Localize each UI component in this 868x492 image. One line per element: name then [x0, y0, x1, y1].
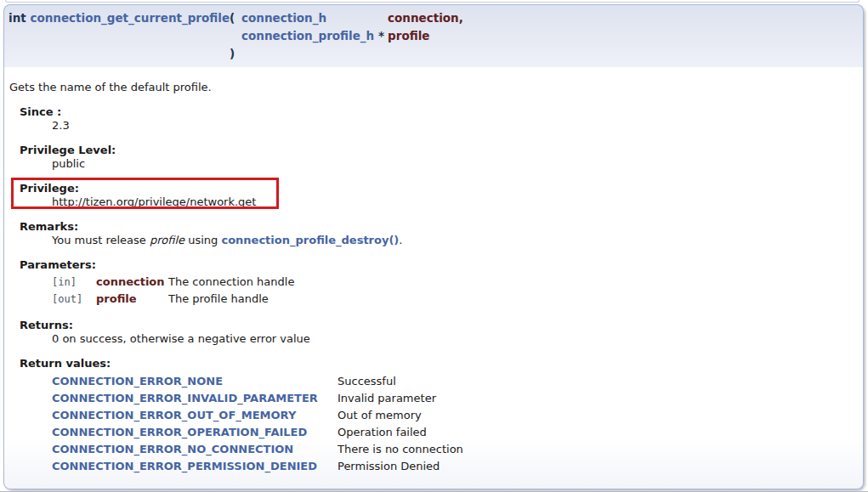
param-description: The profile handle [168, 291, 294, 308]
signature-table: int connection_get_current_profile ( con… [9, 9, 463, 63]
error-code-cell: CONNECTION_ERROR_INVALID_PARAMETER [52, 390, 338, 407]
privilege-section: Privilege: http://tizen.org/privilege/ne… [20, 182, 854, 209]
returns-section: Returns: 0 on success, otherwise a negat… [20, 319, 854, 346]
error-code-description: Invalid parameter [338, 390, 463, 407]
error-code-cell: CONNECTION_ERROR_OUT_OF_MEMORY [52, 407, 338, 424]
privilege-level-section: Privilege Level: public [20, 144, 854, 171]
return-values-table: CONNECTION_ERROR_NONE Successful CONNECT… [52, 373, 463, 475]
error-code-description: There is no connection [338, 441, 463, 458]
error-code-cell: CONNECTION_ERROR_NO_CONNECTION [52, 441, 338, 458]
return-values-list: CONNECTION_ERROR_NONE Successful CONNECT… [52, 373, 854, 475]
error-code-cell: CONNECTION_ERROR_NONE [52, 373, 338, 390]
remarks-param-ref: profile [150, 234, 184, 246]
param-description: The connection handle [168, 274, 294, 291]
return-value-row: CONNECTION_ERROR_PERMISSION_DENIED Permi… [52, 458, 463, 475]
remarks-section: Remarks: You must release profile using … [20, 220, 854, 247]
param-name: profile [96, 291, 168, 308]
since-section: Since : 2.3 [20, 105, 854, 133]
since-label: Since : [20, 105, 854, 119]
signature-empty-cell [9, 27, 230, 45]
privilege-level-value: public [52, 157, 854, 171]
param-type-link[interactable]: connection_profile_h [241, 29, 374, 42]
return-value-row: CONNECTION_ERROR_OPERATION_FAILED Operat… [52, 424, 463, 441]
return-type: int [9, 11, 26, 25]
param-direction: [in] [52, 274, 96, 291]
error-code-link[interactable]: CONNECTION_ERROR_NO_CONNECTION [52, 443, 293, 455]
remarks-text-after: . [399, 234, 402, 246]
previous-section-edge [5, 0, 859, 3]
parameters-label: Parameters: [20, 258, 854, 272]
param-type-cell: connection_h [241, 9, 388, 27]
error-code-link[interactable]: CONNECTION_ERROR_PERMISSION_DENIED [52, 460, 317, 472]
param-type-link[interactable]: connection_h [241, 11, 326, 25]
param-direction: [out] [52, 291, 96, 308]
error-code-description: Successful [338, 373, 463, 390]
open-paren: ( [230, 9, 241, 27]
returns-value: 0 on success, otherwise a negative error… [52, 332, 854, 346]
parameters-list: [in] connection The connection handle [o… [52, 274, 854, 308]
signature-empty-cell [241, 45, 388, 63]
remarks-text-middle: using [184, 234, 221, 246]
signature-return-and-name: int connection_get_current_profile [9, 9, 230, 27]
function-doc-card: int connection_get_current_profile ( con… [3, 4, 864, 489]
privilege-level-label: Privilege Level: [20, 144, 854, 157]
remarks-label: Remarks: [20, 220, 854, 234]
return-values-section: Return values: CONNECTION_ERROR_NONE Suc… [20, 357, 854, 475]
return-value-row: CONNECTION_ERROR_NONE Successful [52, 373, 463, 390]
error-code-cell: CONNECTION_ERROR_PERMISSION_DENIED [52, 458, 338, 475]
error-code-link[interactable]: CONNECTION_ERROR_OUT_OF_MEMORY [52, 409, 296, 421]
signature-empty-cell [230, 27, 241, 45]
since-value: 2.3 [52, 119, 854, 133]
return-values-label: Return values: [20, 357, 854, 370]
error-code-link[interactable]: CONNECTION_ERROR_NONE [52, 375, 223, 387]
param-type-suffix: * [374, 29, 384, 42]
returns-label: Returns: [20, 319, 854, 332]
function-documentation: Gets the name of the default profile. Si… [3, 67, 864, 489]
error-code-description: Out of memory [338, 407, 463, 424]
signature-empty-cell [9, 45, 230, 63]
parameter-row: [out] profile The profile handle [52, 291, 294, 308]
privilege-value: http://tizen.org/privilege/network.get [52, 195, 854, 209]
error-code-description: Operation failed [338, 424, 463, 441]
parameter-row: [in] connection The connection handle [52, 274, 294, 291]
error-code-description: Permission Denied [338, 458, 463, 475]
param-name: connection [96, 274, 168, 291]
remarks-text-before: You must release [52, 234, 150, 246]
close-paren: ) [230, 45, 241, 63]
parameters-section: Parameters: [in] connection The connecti… [20, 258, 854, 308]
return-value-row: CONNECTION_ERROR_OUT_OF_MEMORY Out of me… [52, 407, 463, 424]
signature-empty-cell [388, 45, 463, 63]
privilege-label: Privilege: [20, 182, 854, 195]
parameters-table: [in] connection The connection handle [o… [52, 274, 294, 308]
function-name-link[interactable]: connection_get_current_profile [30, 11, 230, 25]
param-type-cell: connection_profile_h * [241, 27, 388, 45]
return-value-row: CONNECTION_ERROR_NO_CONNECTION There is … [52, 441, 463, 458]
error-code-cell: CONNECTION_ERROR_OPERATION_FAILED [52, 424, 338, 441]
error-code-link[interactable]: CONNECTION_ERROR_INVALID_PARAMETER [52, 392, 318, 404]
error-code-link[interactable]: CONNECTION_ERROR_OPERATION_FAILED [52, 426, 307, 438]
return-value-row: CONNECTION_ERROR_INVALID_PARAMETER Inval… [52, 390, 463, 407]
remarks-text: You must release profile using connectio… [52, 234, 854, 247]
signature-param-name: connection, [388, 9, 463, 27]
signature-param-name: profile [388, 27, 463, 45]
function-description: Gets the name of the default profile. [9, 81, 854, 94]
connection-profile-destroy-link[interactable]: connection_profile_destroy() [221, 234, 399, 246]
function-signature: int connection_get_current_profile ( con… [3, 4, 864, 67]
